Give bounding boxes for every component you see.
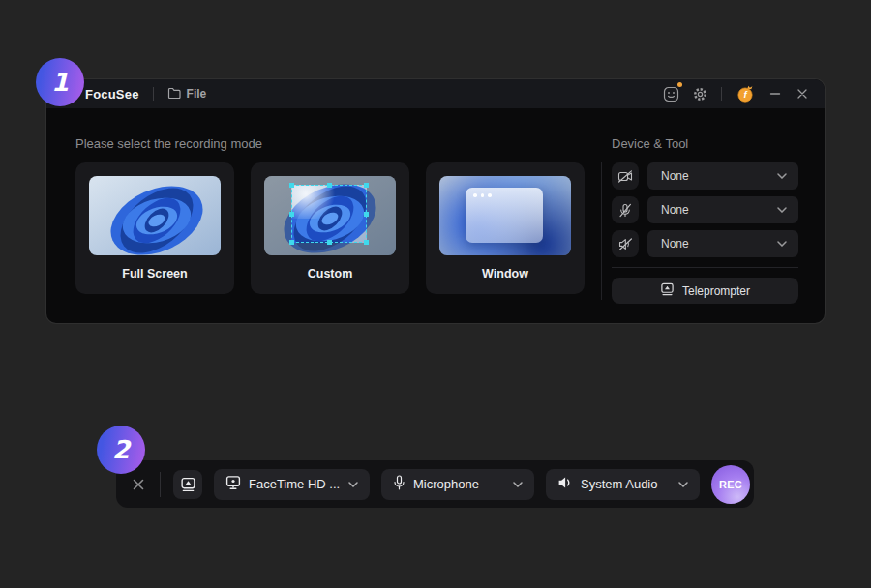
gear-icon [692,86,708,103]
system-audio-source-select[interactable]: System Audio [546,469,700,500]
focusee-window: FocuSee File [46,79,825,323]
selection-handle [364,212,369,217]
mini-window-graphic [466,188,543,243]
device-panel-divider [612,267,798,268]
system-audio-row: None [612,230,798,257]
record-button-label: REC [719,479,742,490]
camera-toggle-button[interactable] [612,162,639,190]
recording-toolbar: FaceTime HD ... Microphone [116,460,754,508]
panel-divider [601,162,602,300]
selection-handle [364,183,369,188]
focusee-coin-icon: f [736,83,755,104]
custom-thumbnail [264,176,396,255]
camera-select-value: None [661,169,689,183]
speaker-icon [557,476,573,492]
microphone-select[interactable]: None [647,196,798,223]
step-2-badge: 2 [97,426,145,474]
microphone-toggle-button[interactable] [612,196,639,223]
teleprompter-button-label: Teleprompter [682,284,750,298]
premium-coin-button[interactable]: f [736,84,755,103]
device-tool-panel: Device & Tool None [612,136,798,304]
teleprompter-icon [660,282,675,299]
system-audio-select[interactable]: None [647,230,798,257]
traffic-light-dots [473,193,492,197]
titlebar-right: f [661,84,811,103]
window-thumbnail [439,176,571,255]
device-tool-title: Device & Tool [612,136,798,151]
mode-label-custom: Custom [264,267,396,280]
close-icon [796,88,808,100]
selection-highlight [292,186,338,219]
camera-source-value: FaceTime HD ... [249,477,340,491]
close-icon [132,478,145,491]
speaker-off-icon [618,238,633,250]
selection-handle [289,240,294,245]
microphone-source-select[interactable]: Microphone [381,469,534,500]
minimize-button[interactable] [766,85,784,103]
mode-card-window[interactable]: Window [426,162,585,294]
microphone-row: None [612,196,798,223]
display-icon [225,475,241,493]
camera-source-select[interactable]: FaceTime HD ... [214,469,370,500]
camera-off-icon [617,170,633,183]
mode-label-full-screen: Full Screen [89,267,221,280]
microphone-off-icon [618,203,632,218]
chevron-down-icon [513,482,523,487]
toolbar-teleprompter-button[interactable] [173,470,202,499]
settings-button[interactable] [690,84,709,103]
chevron-down-icon [777,207,787,213]
toolbar-close-button[interactable] [116,478,160,491]
system-audio-select-value: None [661,237,689,250]
selection-handle [327,183,332,188]
chevron-down-icon [777,241,787,247]
microphone-source-value: Microphone [413,477,479,491]
toolbar-separator [160,472,161,497]
microphone-icon [393,475,405,493]
notification-dot [677,82,682,87]
close-window-button[interactable] [794,85,811,103]
selection-handle [327,240,332,245]
step-1-badge: 1 [36,58,84,106]
titlebar-divider [153,87,154,101]
mode-card-custom[interactable]: Custom [251,162,409,294]
selection-rectangle [291,185,367,243]
feedback-button[interactable] [661,84,680,103]
smiley-icon [663,86,679,103]
camera-row: None [612,162,798,190]
chevron-down-icon [678,482,688,487]
microphone-select-value: None [661,203,689,217]
folder-icon [167,87,181,102]
titlebar: FocuSee File [46,79,825,108]
page: 1 2 FocuSee File [0,0,871,588]
chevron-down-icon [777,173,787,179]
step-1-number: 1 [51,68,69,97]
record-button[interactable]: REC [711,465,750,504]
app-title: FocuSee [85,87,139,102]
file-menu[interactable]: File [167,87,207,102]
bloom-wallpaper-image [89,176,221,255]
teleprompter-button[interactable]: Teleprompter [612,278,798,304]
system-audio-source-value: System Audio [581,477,658,491]
mode-label-window: Window [439,267,571,280]
file-menu-label: File [187,87,207,101]
selection-handle [289,183,294,188]
camera-select[interactable]: None [647,162,798,190]
mode-card-full-screen[interactable]: Full Screen [75,162,234,294]
chevron-down-icon [348,482,358,487]
titlebar-divider-2 [721,87,722,101]
teleprompter-icon [180,477,196,492]
system-audio-toggle-button[interactable] [612,230,639,257]
minimize-icon [769,88,781,100]
selection-handle [364,240,369,245]
step-2-number: 2 [112,435,130,464]
selection-handle [289,212,294,217]
full-screen-thumbnail [89,176,221,255]
